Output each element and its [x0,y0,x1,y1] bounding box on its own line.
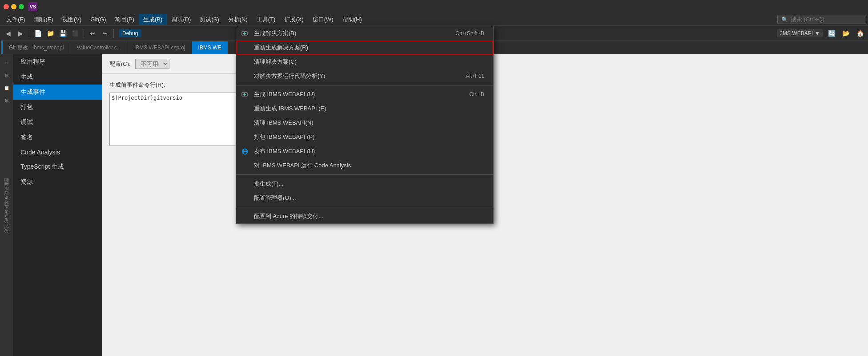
sidebar-item-build[interactable]: 生成 [13,69,102,85]
toolbar-save-btn[interactable]: 💾 [57,28,68,39]
chevron-down-icon: ▼ [815,30,820,36]
menu-build-ibms-shortcut: Ctrl+B [469,91,484,97]
toolbar-folder-btn[interactable]: 📂 [840,28,851,39]
menu-publish-ibms-label: 发布 IBMS.WEBAPI (H) [254,147,315,155]
menu-edit[interactable]: 编辑(E) [30,14,58,25]
search-input[interactable] [791,16,862,23]
right-panel [485,54,868,356]
vs-logo: VS [28,2,37,11]
menu-run-code-analysis-solution-label: 对解决方案运行代码分析(Y) [254,72,325,80]
sidebar-item-typescript[interactable]: TypeScript 生成 [13,159,102,174]
search-icon: 🔍 [781,16,788,23]
menu-config-manager[interactable]: 配置管理器(O)... [236,191,493,205]
menu-azure-cd[interactable]: 配置到 Azure 的持续交付... [236,209,493,223]
toolbar-new-file-btn[interactable]: 📄 [32,28,43,39]
menu-clean-solution-label: 清理解决方案(C) [254,58,297,66]
toolbar-sep-2 [84,29,84,38]
close-button[interactable] [4,4,9,9]
toolbar-forward-btn[interactable]: ▶ [15,28,26,39]
sidebar-item-application[interactable]: 应用程序 [13,54,102,69]
toolbar-open-btn[interactable]: 📁 [45,28,56,39]
vertical-side-label: SQL Server 对象资源管理器 [4,178,10,233]
menu-run-code-analysis-solution[interactable]: 对解决方案运行代码分析(Y) Alt+F11 [236,69,493,83]
toolbar-redo-btn[interactable]: ↪ [100,28,110,39]
dropdown-menu: 生成解决方案(B) Ctrl+Shift+B 重新生成解决方案(R) 清理解决方… [236,26,494,224]
menu-clean-ibms-label: 清理 IBMS.WEBAPI(N) [254,119,313,127]
menu-run-code-analysis-solution-shortcut: Alt+F11 [466,73,484,79]
menu-rebuild-solution-label: 重新生成解决方案(R) [254,44,308,52]
menu-view[interactable]: 视图(V) [58,14,86,25]
toolbar-undo-btn[interactable]: ↩ [87,28,98,39]
sidebar-item-debug[interactable]: 调试 [13,115,102,130]
publish-globe-icon [241,148,248,155]
menu-debug[interactable]: 调试(D) [167,14,195,25]
tab-git-changes[interactable]: Git 更改 - ibms_webapi [3,41,70,54]
toolbar-save-all-btn[interactable]: ⬛ [70,28,80,39]
menu-extensions[interactable]: 扩展(X) [280,14,308,25]
menu-clean-ibms[interactable]: 清理 IBMS.WEBAPI(N) [236,116,493,130]
dropdown-sep-3 [236,207,493,207]
tab-ibms-csproj[interactable]: IBMS.WEBAPI.csproj [128,41,192,54]
menu-window[interactable]: 窗口(W) [308,14,338,25]
maximize-button[interactable] [19,4,24,9]
toolbar-sep-1 [29,29,29,38]
sidebar-item-resources[interactable]: 资源 [13,174,102,190]
menu-rebuild-ibms[interactable]: 重新生成 IBMS.WEBAPI (E) [236,101,493,116]
left-toolbar-btn-4[interactable]: ⊞ [1,94,12,106]
menu-build-ibms-label: 生成 IBMS.WEBAPI (U) [254,90,315,98]
sidebar-item-signing[interactable]: 签名 [13,130,102,145]
menu-code-analysis-ibms[interactable]: 对 IBMS.WEBAPI 运行 Code Analysis [236,158,493,173]
left-toolbar-btn-2[interactable]: ⊟ [1,69,12,81]
tab-value-controller[interactable]: ValueController.c... [70,41,128,54]
menu-project[interactable]: 项目(P) [111,14,139,25]
search-container: 🔍 [777,15,866,24]
left-toolbar-btn-3[interactable]: 📋 [1,82,12,93]
menu-config-manager-label: 配置管理器(O)... [254,194,296,202]
sidebar: 应用程序 生成 生成事件 打包 调试 签名 Code Analysis Type… [13,54,102,356]
menu-build[interactable]: 生成(B) [139,14,167,25]
sidebar-item-package[interactable]: 打包 [13,100,102,115]
toolbar-right: 3MS.WEBAPI ▼ 🔄 📂 🏠 [777,28,865,39]
menu-azure-cd-label: 配置到 Azure 的持续交付... [254,212,323,220]
menu-pack-ibms[interactable]: 打包 IBMS.WEBAPI (P) [236,130,493,144]
toolbar-refresh-btn[interactable]: 🔄 [826,28,837,39]
config-label: 配置(C): [109,60,131,68]
search-bar[interactable]: 🔍 [777,15,866,24]
title-bar: VS [0,0,868,13]
menu-test[interactable]: 测试(S) [195,14,223,25]
config-select[interactable]: 不可用 [135,59,169,69]
menu-batch-build[interactable]: 批生成(T)... [236,177,493,191]
menu-build-ibms[interactable]: 生成 IBMS.WEBAPI (U) Ctrl+B [236,87,493,101]
menu-tools[interactable]: 工具(T) [252,14,280,25]
toolbar-debug-label: Debug [119,29,141,37]
menu-build-solution-label: 生成解决方案(B) [254,29,296,37]
dropdown-sep-2 [236,174,493,175]
menu-publish-ibms[interactable]: 发布 IBMS.WEBAPI (H) [236,144,493,158]
build-ibms-icon [241,91,248,97]
menu-analyze[interactable]: 分析(N) [224,14,252,25]
menu-rebuild-solution[interactable]: 重新生成解决方案(R) [236,40,493,55]
toolbar-api-label: 3MS.WEBAPI [780,30,813,36]
menu-code-analysis-ibms-label: 对 IBMS.WEBAPI 运行 Code Analysis [254,162,351,170]
menu-clean-solution[interactable]: 清理解决方案(C) [236,55,493,69]
menu-git[interactable]: Git(G) [86,15,110,24]
tab-ibms-we[interactable]: IBMS.WE [192,41,228,54]
build-solution-icon [241,30,248,36]
menu-bar: 文件(F) 编辑(E) 视图(V) Git(G) 项目(P) 生成(B) 调试(… [0,13,868,26]
toolbar-api-dropdown[interactable]: 3MS.WEBAPI ▼ [777,29,823,37]
toolbar-home-btn[interactable]: 🏠 [855,28,865,39]
sidebar-item-code-analysis[interactable]: Code Analysis [13,145,102,159]
traffic-lights [4,4,24,9]
toolbar-back-btn[interactable]: ◀ [3,28,13,39]
menu-rebuild-ibms-label: 重新生成 IBMS.WEBAPI (E) [254,105,326,113]
menu-build-solution[interactable]: 生成解决方案(B) Ctrl+Shift+B [236,26,493,40]
dropdown-sep-1 [236,85,493,85]
left-vertical-toolbar: ≡ ⊟ 📋 ⊞ SQL Server 对象资源管理器 [0,54,13,356]
toolbar-sep-3 [113,29,114,38]
menu-batch-build-label: 批生成(T)... [254,180,283,188]
sidebar-item-build-events[interactable]: 生成事件 [13,85,102,100]
menu-file[interactable]: 文件(F) [2,14,30,25]
left-toolbar-btn-1[interactable]: ≡ [1,57,12,69]
minimize-button[interactable] [11,4,16,9]
menu-help[interactable]: 帮助(H) [338,14,366,25]
